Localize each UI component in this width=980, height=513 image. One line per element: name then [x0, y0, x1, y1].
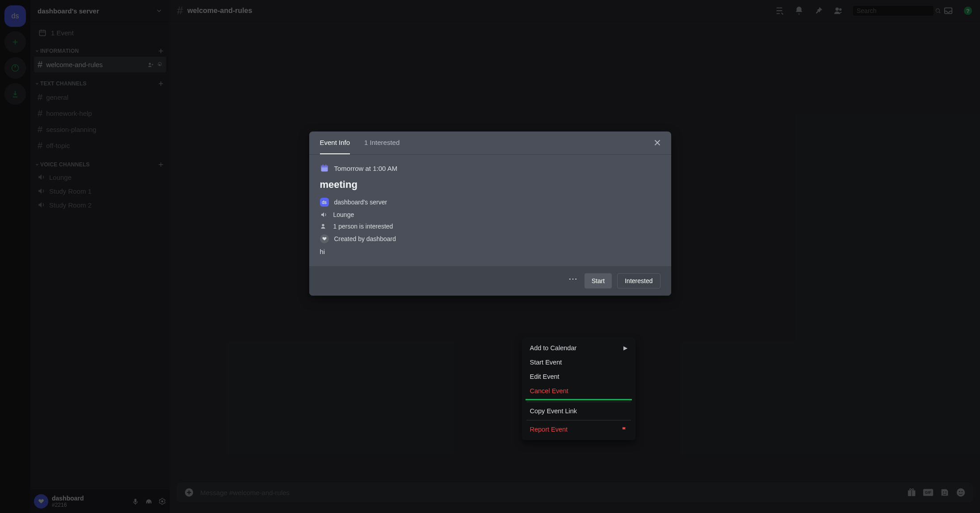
- tab-interested[interactable]: 1 Interested: [364, 139, 400, 154]
- menu-copy-event-link[interactable]: Copy Event Link: [526, 404, 632, 418]
- menu-add-to-calendar[interactable]: Add to Calendar ▶: [526, 341, 632, 355]
- modal-backdrop[interactable]: Event Info 1 Interested Tomorrow at 1:00…: [0, 0, 980, 513]
- svg-point-48: [322, 224, 324, 226]
- menu-report-event[interactable]: Report Event: [526, 422, 632, 437]
- event-location: Lounge: [333, 211, 354, 218]
- more-options-button[interactable]: ⋯: [568, 273, 577, 288]
- start-event-button[interactable]: Start: [585, 273, 612, 288]
- menu-start-event[interactable]: Start Event: [526, 355, 632, 369]
- server-badge-icon: ds: [320, 198, 329, 207]
- event-server: dashboard's server: [334, 199, 387, 206]
- event-context-menu: Add to Calendar ▶ Start Event Edit Event…: [522, 337, 635, 440]
- close-button[interactable]: [652, 138, 662, 148]
- chevron-right-icon: ▶: [623, 345, 627, 351]
- menu-cancel-event[interactable]: Cancel Event: [526, 384, 632, 400]
- flag-icon: [621, 426, 627, 432]
- svg-rect-45: [321, 165, 328, 167]
- interested-button[interactable]: Interested: [617, 273, 660, 288]
- event-datetime: Tomorrow at 1:00 AM: [334, 165, 398, 172]
- event-description: hi: [320, 248, 660, 255]
- tab-event-info[interactable]: Event Info: [320, 139, 350, 154]
- calendar-icon: [320, 164, 329, 173]
- creator-avatar: [320, 234, 329, 243]
- event-creator: Created by dashboard: [334, 235, 396, 242]
- people-icon: [320, 223, 328, 230]
- event-title: meeting: [320, 179, 660, 191]
- event-modal: Event Info 1 Interested Tomorrow at 1:00…: [309, 131, 671, 296]
- menu-edit-event[interactable]: Edit Event: [526, 369, 632, 384]
- event-interested-count: 1 person is interested: [333, 223, 393, 230]
- speaker-icon: [320, 211, 328, 218]
